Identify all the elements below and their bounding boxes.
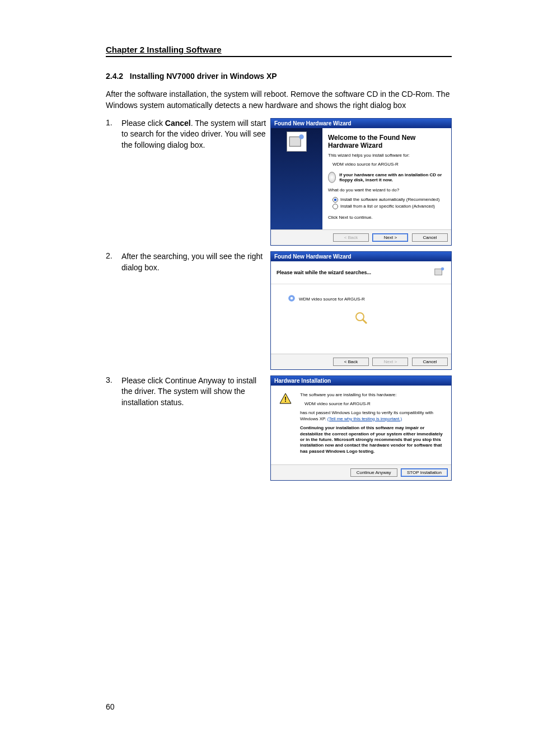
step-number: 2.	[106, 251, 121, 260]
svg-point-3	[441, 267, 444, 271]
cd-hint: If your hardware came with an installati…	[328, 172, 446, 183]
device-name: WDM video source for ARGUS-R	[305, 401, 444, 407]
svg-rect-0	[289, 137, 301, 146]
next-button: Next >	[372, 358, 408, 366]
device-name: WDM video source for ARGUS-R	[332, 162, 446, 167]
stop-installation-button[interactable]: STOP Installation	[401, 468, 448, 477]
intro-paragraph: After the software installation, the sys…	[106, 88, 452, 111]
svg-point-5	[291, 297, 293, 300]
dialog-sidebar	[271, 128, 322, 230]
back-button[interactable]: < Back	[333, 358, 369, 366]
svg-point-6	[356, 313, 364, 321]
radio-specific[interactable]: Install from a list or specific location…	[332, 204, 446, 209]
warn-bold: Continuing your installation of this sof…	[300, 425, 444, 454]
wizard-icon	[287, 132, 307, 152]
step-text: Please click Cancel. The system will sta…	[121, 118, 267, 151]
cancel-button[interactable]: Cancel	[412, 358, 448, 366]
searching-dialog: Found New Hardware Wizard Please wait wh…	[270, 251, 452, 369]
dialog-title: Found New Hardware Wizard	[271, 252, 451, 261]
dialog-subtext: This wizard helps you install software f…	[328, 153, 446, 158]
continue-anyway-button[interactable]: Continue Anyway	[350, 468, 397, 477]
step-number: 1.	[106, 118, 121, 127]
dialog-heading: Welcome to the Found New Hardware Wizard	[328, 134, 446, 149]
warn-line2: has not passed Windows Logo testing to v…	[300, 410, 444, 422]
device-icon	[288, 294, 296, 304]
tell-me-link[interactable]: (Tell me why this testing is important.)	[327, 416, 402, 421]
svg-point-1	[299, 134, 304, 139]
svg-text:!: !	[284, 396, 287, 403]
chapter-title: Chapter 2 Installing Software	[106, 45, 452, 57]
section-title-text: Installing NV7000 driver in Windows XP	[130, 72, 277, 81]
cd-icon	[328, 172, 336, 183]
dialog-title: Hardware Installation	[271, 376, 451, 386]
dialog-title: Found New Hardware Wizard	[271, 119, 451, 128]
svg-line-7	[363, 320, 367, 323]
radio-auto[interactable]: Install the software automatically (Reco…	[332, 197, 446, 203]
page-number: 60	[106, 702, 115, 711]
magnifier-icon	[354, 311, 368, 325]
step-number: 3.	[106, 375, 121, 384]
hardware-installation-dialog: Hardware Installation ! The software you…	[270, 375, 452, 481]
search-message: Please wait while the wizard searches...	[277, 270, 371, 275]
continue-hint: Click Next to continue.	[328, 215, 446, 220]
cancel-button[interactable]: Cancel	[412, 233, 448, 242]
step-text: After the searching, you will see the ri…	[121, 251, 267, 273]
svg-rect-2	[435, 269, 442, 275]
warn-line1: The software you are installing for this…	[300, 392, 444, 398]
device-name: WDM video source for ARGUS-R	[299, 297, 365, 302]
back-button: < Back	[333, 233, 369, 242]
warning-icon: !	[278, 392, 293, 406]
found-new-hardware-wizard-dialog: Found New Hardware Wizard Welcome to the…	[270, 118, 452, 246]
question: What do you want the wizard to do?	[328, 187, 446, 193]
step-text: Please click Continue Anyway to install …	[121, 375, 267, 408]
next-button[interactable]: Next >	[372, 233, 408, 242]
wizard-icon	[433, 266, 446, 279]
section-number: 2.4.2	[106, 72, 123, 81]
section-title: 2.4.2 Installing NV7000 driver in Window…	[106, 72, 452, 81]
